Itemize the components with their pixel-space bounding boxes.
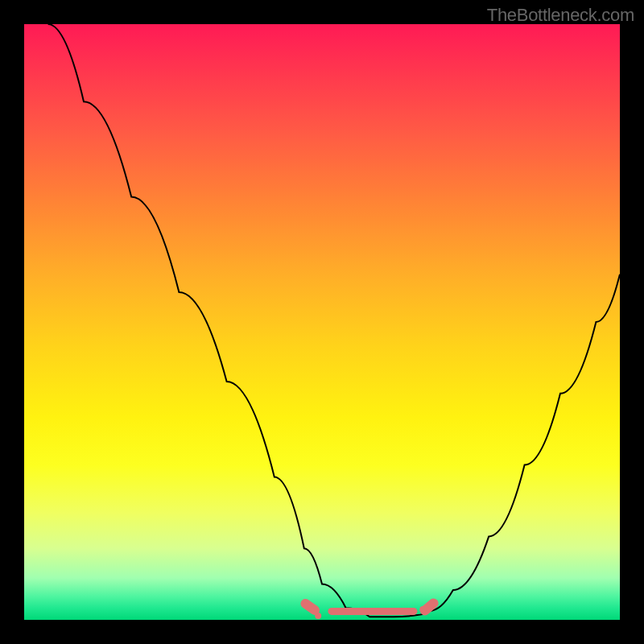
optimal-dot [419, 606, 426, 613]
bottleneck-curve [48, 24, 620, 617]
watermark-text: TheBottleneck.com [487, 5, 634, 26]
optimal-dot [315, 613, 321, 619]
chart-svg [24, 24, 620, 620]
plot-area [24, 24, 620, 620]
optimal-band [328, 608, 417, 615]
